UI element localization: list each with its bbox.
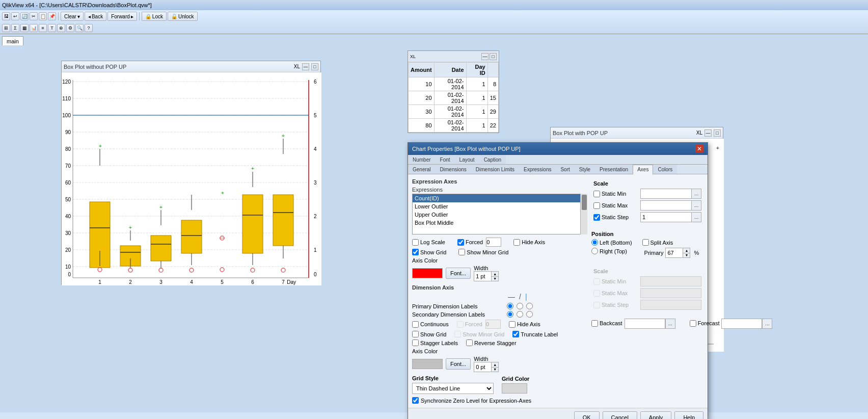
- ok-button[interactable]: OK: [574, 411, 600, 419]
- forced-dim-check[interactable]: Forced: [457, 320, 501, 329]
- show-minor-grid-dim-check[interactable]: Show Minor Grid: [454, 331, 504, 337]
- dim-width-input[interactable]: [474, 362, 492, 372]
- forced-dim-checkbox[interactable]: [457, 321, 464, 328]
- backcast-dots[interactable]: …: [665, 319, 675, 329]
- tab-axes[interactable]: Axes: [633, 165, 653, 174]
- tab-style[interactable]: Style: [575, 165, 595, 174]
- forced-checkbox[interactable]: [457, 239, 464, 246]
- chart-1-xl[interactable]: XL: [294, 64, 300, 69]
- static-min-checkbox[interactable]: [593, 191, 600, 197]
- help-button[interactable]: Help: [674, 411, 703, 419]
- apply-button[interactable]: Apply: [640, 411, 672, 419]
- primary-value-input[interactable]: [665, 248, 683, 258]
- chart-2-maximize[interactable]: □: [714, 129, 721, 137]
- continuous-checkbox[interactable]: [412, 321, 419, 328]
- tab-layout[interactable]: Layout: [455, 155, 479, 164]
- axis-color-box[interactable]: [412, 268, 443, 278]
- continuous-check[interactable]: Continuous: [412, 321, 449, 328]
- left-bottom-radio[interactable]: [591, 239, 598, 246]
- tb-icon-e[interactable]: ≡: [39, 24, 47, 32]
- forward-button[interactable]: Forward ▸: [107, 12, 137, 21]
- tab-expressions[interactable]: Expressions: [519, 165, 556, 174]
- hide-axis-dim-check[interactable]: Hide Axis: [509, 321, 540, 328]
- expr-item-3[interactable]: Box Plot Middle: [413, 219, 587, 227]
- forecast-input[interactable]: [721, 319, 762, 329]
- static-min-input[interactable]: [640, 189, 691, 199]
- tab-presentation[interactable]: Presentation: [595, 165, 633, 174]
- truncate-label-check[interactable]: Truncate Label: [512, 331, 558, 337]
- static-min-check[interactable]: Static Min: [593, 191, 637, 197]
- tab-font[interactable]: Font: [436, 155, 455, 164]
- tab-number[interactable]: Number: [408, 155, 436, 164]
- static-min-dots[interactable]: …: [691, 189, 701, 199]
- expr-item-1[interactable]: Lower Outlier: [413, 202, 587, 211]
- show-minor-grid-check[interactable]: Show Minor Grid: [458, 249, 508, 255]
- expr-item-2[interactable]: Upper Outlier: [413, 211, 587, 219]
- hide-axis-checkbox[interactable]: [513, 239, 520, 246]
- tb-icon-g[interactable]: ⊕: [57, 24, 65, 32]
- clear-button[interactable]: Clear ▾: [61, 12, 84, 21]
- static-max-checkbox[interactable]: [593, 202, 600, 209]
- split-axis-checkbox[interactable]: [642, 239, 649, 246]
- show-minor-grid-checkbox[interactable]: [458, 249, 465, 255]
- tab-general[interactable]: General: [408, 165, 436, 174]
- static-step-dots[interactable]: …: [691, 212, 701, 222]
- tab-colors[interactable]: Colors: [653, 165, 677, 174]
- tb-icon-i[interactable]: 🔍: [75, 24, 84, 32]
- forced-check[interactable]: Forced: [457, 238, 501, 247]
- chart-2-xl[interactable]: XL: [696, 130, 702, 136]
- tab-dim-limits[interactable]: Dimension Limits: [471, 165, 519, 174]
- tb-icon-5[interactable]: 📋: [39, 12, 47, 20]
- grid-color-box[interactable]: [502, 383, 527, 394]
- tb-icon-j[interactable]: ?: [85, 24, 93, 32]
- chart-1-minimize[interactable]: —: [302, 63, 309, 70]
- backcast-input[interactable]: [625, 319, 665, 329]
- static-step-input[interactable]: [640, 212, 691, 222]
- right-top-radio[interactable]: [591, 248, 598, 254]
- dialog-close-button[interactable]: ✕: [695, 145, 703, 153]
- unlock-button[interactable]: 🔓 Unlock: [168, 12, 198, 21]
- truncate-label-checkbox[interactable]: [512, 331, 519, 337]
- sync-zero-checkbox[interactable]: [412, 397, 419, 404]
- table-maximize[interactable]: □: [490, 53, 497, 60]
- tb-icon-6[interactable]: 📌: [48, 12, 56, 20]
- grid-style-select[interactable]: Thin Dashed Line Solid Line Dotted Line …: [412, 383, 494, 394]
- right-top-radio-label[interactable]: Right (Top): [591, 248, 632, 254]
- table-minimize[interactable]: —: [481, 53, 489, 60]
- tab-dimensions[interactable]: Dimensions: [436, 165, 471, 174]
- expr-item-0[interactable]: Count(ID): [413, 194, 587, 202]
- show-grid-dim-checkbox[interactable]: [412, 331, 419, 337]
- reverse-stagger-checkbox[interactable]: [466, 339, 473, 346]
- tb-icon-d[interactable]: 📊: [30, 24, 38, 32]
- font-button[interactable]: Font...: [446, 268, 471, 279]
- width-spinner-down[interactable]: ▼: [492, 277, 498, 281]
- left-bottom-radio-label[interactable]: Left (Bottom): [591, 239, 632, 246]
- show-grid-check[interactable]: Show Grid: [412, 249, 446, 255]
- tb-icon-c[interactable]: ▦: [20, 24, 29, 32]
- tab-caption[interactable]: Caption: [479, 155, 506, 164]
- lock-button[interactable]: 🔒 Lock: [142, 12, 167, 21]
- static-step-check[interactable]: Static Step: [593, 214, 637, 221]
- show-grid-checkbox[interactable]: [412, 249, 419, 255]
- reverse-stagger-check[interactable]: Reverse Stagger: [466, 339, 517, 346]
- dim-width-spinner-down[interactable]: ▼: [492, 368, 498, 372]
- primary-spinner-down[interactable]: ▼: [683, 253, 690, 258]
- show-grid-dim-check[interactable]: Show Grid: [412, 331, 446, 337]
- tab-main[interactable]: main: [2, 36, 23, 45]
- expressions-list[interactable]: Count(ID) Lower Outlier Upper Outlier Bo…: [412, 194, 587, 234]
- secondary-dim-radio-1[interactable]: [507, 311, 513, 318]
- backcast-checkbox[interactable]: [591, 320, 598, 327]
- expressions-scrollbar[interactable]: [580, 194, 587, 234]
- log-scale-check[interactable]: Log Scale: [412, 239, 445, 246]
- tb-icon-a[interactable]: ⊞: [2, 24, 10, 32]
- tab-sort[interactable]: Sort: [556, 165, 574, 174]
- static-max-check[interactable]: Static Max: [593, 202, 637, 209]
- primary-dim-radio-3[interactable]: [526, 303, 533, 309]
- static-max-dots[interactable]: …: [691, 200, 701, 211]
- tb-icon-b[interactable]: Σ: [11, 24, 19, 32]
- back-button[interactable]: ◂ Back: [85, 12, 106, 21]
- split-axis-check[interactable]: Split Axis: [642, 239, 699, 246]
- width-input[interactable]: [474, 271, 492, 281]
- tb-icon-2[interactable]: ↩: [11, 12, 19, 20]
- dim-axis-color-box[interactable]: [412, 359, 443, 369]
